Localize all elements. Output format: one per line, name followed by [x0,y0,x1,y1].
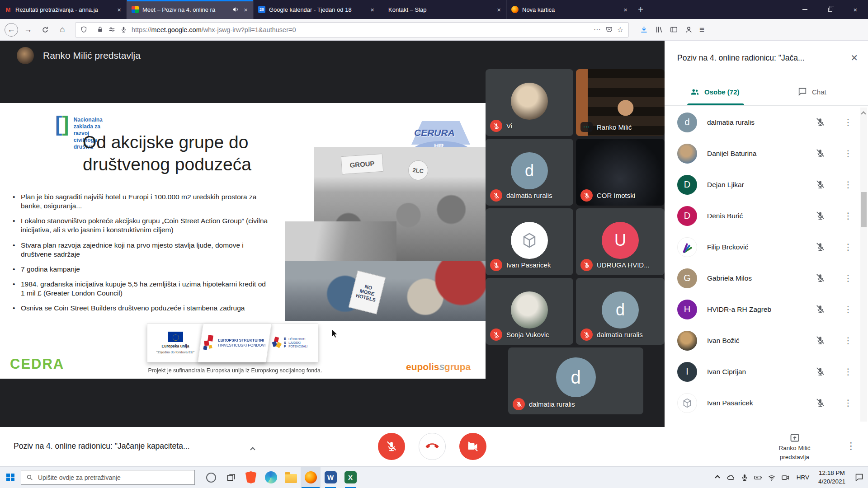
video-tile[interactable]: Vi [486,69,573,136]
language-indicator[interactable]: HRV [792,474,814,481]
panel-close-icon[interactable]: ✕ [850,52,858,63]
close-window-button[interactable]: × [843,0,868,19]
scrollbar-up-icon[interactable] [862,109,866,114]
tile-avatar [511,291,548,328]
home-button[interactable]: ⌂ [55,23,70,37]
taskbar-search-input[interactable]: Upišite ovdje za pretraživanje [21,470,195,485]
onedrive-icon[interactable] [724,467,738,488]
microphone-permission-icon[interactable] [120,26,127,33]
video-tile[interactable]: Sonja Vukovic [486,278,573,345]
cerura-logo-text: CERURA [414,127,455,138]
participant-menu-button[interactable]: ⋮ [844,335,853,346]
forward-button[interactable]: → [21,23,35,37]
library-icon[interactable] [655,25,663,34]
lock-icon[interactable] [96,26,104,33]
participant-menu-button[interactable]: ⋮ [844,211,853,221]
taskbar-clock[interactable]: 12:18 PM 4/20/2021 [814,469,850,485]
tab-title: Google kalendar - Tjedan od 18 [269,6,366,13]
tab-people[interactable]: Osobe (72) [690,87,740,97]
browser-tab[interactable]: Kontakt – Slap × [380,0,506,19]
mic-off-icon [815,211,826,221]
tab-close-button[interactable]: × [623,6,628,14]
tab-audio-icon[interactable] [232,6,239,13]
more-options-button[interactable]: ⋮ [846,441,856,451]
participant-row: D Dejan Ljikar ⋮ [665,169,859,200]
tab-close-button[interactable]: × [243,6,249,14]
participant-name: Gabriela Milos [707,274,815,282]
scrollbar-track[interactable] [860,108,867,422]
action-center-button[interactable] [850,467,868,488]
video-tile[interactable]: ddalmatia ruralis [486,139,573,206]
tray-camera-icon[interactable] [778,467,792,488]
participant-menu-button[interactable]: ⋮ [844,242,853,252]
participant-menu-button[interactable]: ⋮ [844,117,853,127]
video-tile[interactable]: UUDRUGA HVID... [576,208,665,275]
browser-tab[interactable]: 20 Google kalendar - Tjedan od 18 × [253,0,380,19]
minimize-button[interactable] [792,0,817,19]
eu-sublabel: "Zajedno do fondova EU" [156,350,194,354]
tab-close-button[interactable]: × [369,6,375,14]
participant-avatar: G [677,268,697,288]
shield-icon[interactable] [80,26,88,33]
reload-button[interactable] [38,23,52,37]
video-tile[interactable]: COR Imotski [576,139,665,206]
taskbar-app-file-explorer[interactable] [281,467,301,488]
tab-close-button[interactable]: × [116,6,122,14]
browser-tab[interactable]: Nova kartica × [506,0,633,19]
restore-button[interactable] [817,0,843,19]
browser-tab[interactable]: Meet – Poziv na 4. online ra × [127,0,253,19]
participant-menu-button[interactable]: ⋮ [844,273,853,283]
new-tab-button[interactable]: + [633,0,648,19]
permissions-icon[interactable] [108,26,116,33]
mic-toggle-button[interactable] [378,433,405,460]
tab-people-label: Osobe (72) [704,88,740,96]
hang-up-button[interactable] [419,433,446,460]
participant-menu-button[interactable]: ⋮ [844,304,853,314]
wifi-icon[interactable] [765,467,778,488]
taskbar-app-word[interactable]: W [321,467,340,488]
pocket-icon[interactable] [605,26,613,33]
esif-logo-icon [203,335,215,351]
participant-row: d dalmatia ruralis ⋮ [665,107,859,138]
tray-chevron-up-icon[interactable] [711,467,724,488]
task-view-button[interactable] [221,467,241,488]
participant-menu-button[interactable]: ⋮ [844,398,853,408]
camera-toggle-button[interactable] [459,433,486,460]
mic-muted-badge [490,328,502,341]
participant-menu-button[interactable]: ⋮ [844,366,853,377]
downloads-icon[interactable] [640,25,648,34]
start-button[interactable] [0,467,21,488]
battery-icon[interactable] [751,467,765,488]
url-text[interactable]: https://meet.google.com/whx-jswg-irw?pli… [132,26,590,33]
participant-menu-button[interactable]: ⋮ [844,148,853,159]
taskbar-app-firefox[interactable] [301,467,321,488]
browser-tab[interactable]: M Rezultati pretraživanja - anna.ja × [0,0,127,19]
meeting-details-chevron-icon[interactable] [251,445,255,453]
windows-logo-icon [6,474,14,482]
video-tile[interactable]: Ivan Pasaricek [486,208,573,275]
presenting-status[interactable]: Ranko Milić predstavlja [769,427,821,466]
video-tile[interactable]: ddalmatia ruralis [508,347,643,414]
tab-close-button[interactable]: × [496,6,502,14]
tab-chat[interactable]: Chat [797,87,826,97]
taskbar-app-edge[interactable] [261,467,281,488]
tray-microphone-icon[interactable] [738,467,751,488]
participant-menu-button[interactable]: ⋮ [844,179,853,190]
back-button[interactable]: ← [5,23,18,37]
page-actions-button[interactable]: ⋯ [594,25,601,34]
video-tile[interactable]: ⋯Ranko Milić [576,69,665,136]
tile-label: Ivan Pasaricek [490,259,551,271]
tile-label: dalmatia ruralis [580,328,643,341]
sidebar-icon[interactable] [670,25,678,34]
browser-tab-bar: M Rezultati pretraživanja - anna.ja × Me… [0,0,868,19]
scrollbar-thumb[interactable] [861,192,867,227]
url-bar[interactable]: https://meet.google.com/whx-jswg-irw?pli… [75,22,629,38]
bookmark-star-icon[interactable]: ☆ [617,25,624,34]
tile-label: ⋯Ranko Milić [580,122,632,132]
video-tile[interactable]: ddalmatia ruralis [576,278,665,345]
taskbar-app-excel[interactable]: X [340,467,360,488]
menu-icon[interactable]: ≡ [699,25,704,35]
taskbar-app-brave[interactable] [241,467,261,488]
cortana-button[interactable] [201,467,221,488]
account-icon[interactable] [684,25,693,34]
